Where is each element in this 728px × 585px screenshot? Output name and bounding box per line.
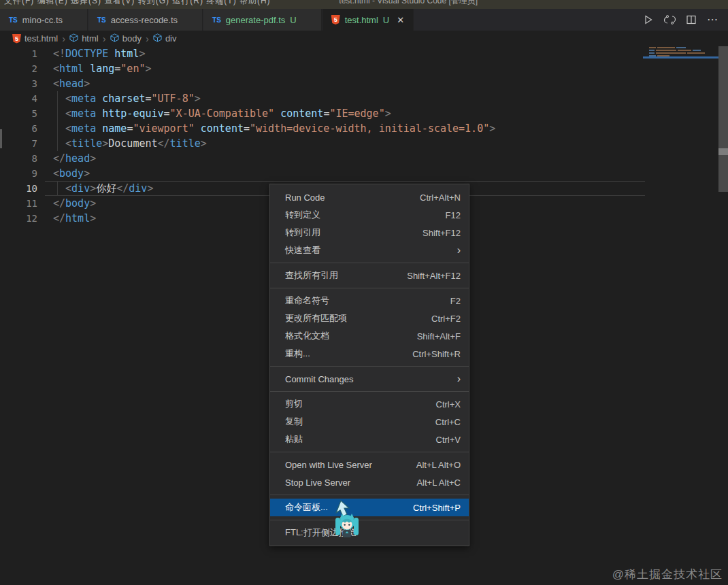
menu-item-label: Open with Live Server [285, 460, 416, 470]
token [96, 122, 102, 135]
menu-item-更改所有匹配项[interactable]: 更改所有匹配项Ctrl+F2 [270, 310, 469, 327]
token [53, 137, 65, 150]
line-number[interactable]: 4 [0, 91, 37, 106]
tab-access-recode.ts[interactable]: TSaccess-recode.ts [88, 9, 203, 31]
menu-item-Run Code[interactable]: Run CodeCtrl+Alt+N [270, 188, 469, 206]
token: = [244, 122, 250, 135]
tab-generate-pdf.ts[interactable]: TSgenerate-pdf.tsU [203, 9, 322, 31]
token [274, 107, 280, 120]
menu-item-剪切[interactable]: 剪切Ctrl+X [270, 395, 469, 413]
code-line-6[interactable]: 6 <meta name="viewport" content="width=d… [0, 121, 728, 136]
menu-item-快速查看[interactable]: 快速查看› [270, 241, 469, 259]
menu-item-Stop Live Server[interactable]: Stop Live ServerAlt+L Alt+C [270, 473, 469, 491]
token: title [71, 137, 102, 150]
compare-changes-icon[interactable] [664, 14, 676, 25]
close-tab-icon[interactable]: ✕ [397, 15, 404, 25]
token: > [489, 122, 495, 135]
menu-item-转到引用[interactable]: 转到引用Shift+F12 [270, 224, 469, 241]
menu-item-shortcut: Shift+F12 [423, 228, 461, 238]
line-number[interactable]: 2 [0, 61, 37, 76]
menu-item-label: FTL:打开侧边预览 [285, 526, 461, 539]
code-line-9[interactable]: 9<body> [0, 166, 728, 181]
breadcrumb-file[interactable]: 5test.html [12, 33, 58, 44]
menu-item-重构...[interactable]: 重构...Ctrl+Shift+R [270, 345, 469, 363]
menu-item-转到定义[interactable]: 转到定义F12 [270, 206, 469, 224]
line-number[interactable]: 12 [0, 211, 37, 226]
token: > [147, 182, 153, 195]
tab-label: generate-pdf.ts [226, 15, 285, 25]
token: div [71, 182, 90, 195]
vertical-scrollbar[interactable] [718, 46, 728, 192]
code-text: </head> [53, 151, 96, 166]
submenu-arrow-icon: › [457, 375, 461, 382]
more-actions-icon[interactable]: ⋯ [707, 16, 718, 23]
menu-item-shortcut: Ctrl+C [435, 417, 461, 427]
menu-item-粘贴[interactable]: 粘贴Ctrl+V [270, 431, 469, 448]
menu-item-shortcut: Ctrl+Shift+P [413, 503, 461, 513]
token: meta [71, 107, 96, 120]
line-number[interactable]: 6 [0, 121, 37, 136]
breadcrumb-symbol-body[interactable]: body [110, 33, 142, 44]
breadcrumb-separator: › [62, 35, 65, 42]
line-number[interactable]: 9 [0, 166, 37, 181]
code-text: <meta name="viewport" content="width=dev… [53, 121, 495, 136]
code-text: <html lang="en"> [53, 61, 152, 76]
token: > [145, 63, 151, 75]
menu-item-重命名符号[interactable]: 重命名符号F2 [270, 292, 469, 310]
run-code-icon[interactable] [643, 14, 654, 25]
token [96, 107, 102, 120]
code-line-7[interactable]: 7 <title>Document</title> [0, 136, 728, 151]
token: title [170, 137, 201, 150]
token: > [84, 167, 90, 180]
line-number[interactable]: 8 [0, 151, 37, 166]
token: http-equiv [102, 107, 163, 120]
token: </ [53, 152, 65, 165]
token: = [114, 63, 120, 75]
symbol-cube-icon [69, 33, 78, 44]
token: head [59, 78, 84, 90]
token: </ [116, 182, 129, 195]
split-editor-icon[interactable] [686, 14, 697, 25]
line-number[interactable]: 10 [0, 181, 37, 196]
code-line-8[interactable]: 8</head> [0, 151, 728, 166]
code-line-5[interactable]: 5 <meta http-equiv="X-UA-Compatible" con… [0, 106, 728, 121]
tab-test.html[interactable]: 5test.htmlU✕ [322, 9, 414, 31]
menu-item-查找所有引用[interactable]: 查找所有引用Shift+Alt+F12 [270, 267, 469, 284]
tab-mino-cc.ts[interactable]: TSmino-cc.ts [0, 9, 88, 31]
token [84, 63, 90, 75]
html-file-icon: 5 [331, 15, 340, 24]
line-number[interactable]: 7 [0, 136, 37, 151]
menu-item-label: 格式化文档 [285, 330, 417, 342]
breadcrumb-symbol-html[interactable]: html [69, 33, 99, 44]
line-number[interactable]: 5 [0, 106, 37, 121]
menu-item-复制[interactable]: 复制Ctrl+C [270, 413, 469, 431]
editor-context-menu: Run CodeCtrl+Alt+N转到定义F12转到引用Shift+F12快速… [269, 184, 469, 546]
menu-item-shortcut: Ctrl+V [436, 435, 461, 445]
untracked-badge: U [383, 15, 389, 25]
token: html [65, 212, 90, 224]
scrollbar-mark [718, 148, 728, 155]
menu-item-Open with Live Server[interactable]: Open with Live ServerAlt+L Alt+O [270, 456, 469, 473]
token [53, 122, 65, 135]
token [96, 93, 102, 105]
line-number[interactable]: 11 [0, 196, 37, 211]
line-number[interactable]: 1 [0, 46, 37, 61]
code-text: </html> [53, 211, 96, 226]
code-line-1[interactable]: 1<!DOCTYPE html> [0, 46, 728, 61]
breadcrumb-symbol-div[interactable]: div [153, 33, 177, 44]
menu-item-label: 粘贴 [285, 433, 436, 446]
code-line-4[interactable]: 4 <meta charset="UTF-8"> [0, 91, 728, 106]
menu-item-命令面板...[interactable]: 命令面板...Ctrl+Shift+P [270, 499, 469, 516]
code-line-2[interactable]: 2<html lang="en"> [0, 61, 728, 76]
menu-item-Commit Changes[interactable]: Commit Changes› [270, 370, 469, 388]
code-text: </body> [53, 196, 96, 211]
token: > [90, 182, 96, 195]
menu-item-格式化文档[interactable]: 格式化文档Shift+Alt+F [270, 327, 469, 345]
menu-item-FTL:打开侧边预览[interactable]: FTL:打开侧边预览 [270, 524, 469, 541]
token: < [53, 63, 59, 75]
token: < [65, 122, 71, 135]
token: < [65, 182, 71, 195]
line-number[interactable]: 3 [0, 76, 37, 91]
code-line-3[interactable]: 3<head> [0, 76, 728, 91]
breadcrumb-symbol-label: body [122, 33, 142, 44]
